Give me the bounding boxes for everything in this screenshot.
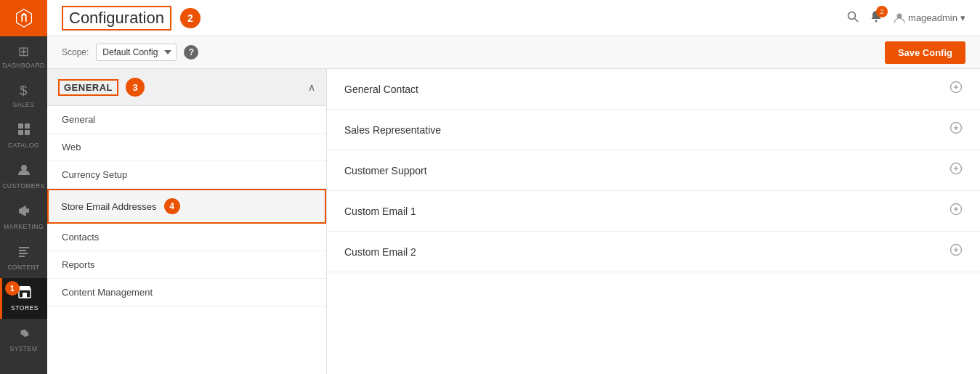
svg-point-12 xyxy=(849,12,856,19)
svg-rect-1 xyxy=(25,123,30,129)
sidebar-item-stores[interactable]: 1 STORES xyxy=(0,278,47,319)
page-header: Configuration 2 2 mageadmin ▾ xyxy=(47,0,980,36)
user-menu[interactable]: mageadmin ▾ xyxy=(894,12,965,24)
nav-item-store-email[interactable]: Store Email Addresses 4 xyxy=(47,189,326,224)
scope-select[interactable]: Default Config xyxy=(96,44,177,61)
svg-rect-3 xyxy=(25,130,30,135)
sidebar-item-dashboard[interactable]: ⊞ DASHBOARD xyxy=(0,36,47,76)
section-header-left: GENERAL 3 xyxy=(58,78,145,97)
svg-point-4 xyxy=(21,165,27,171)
nav-item-contacts[interactable]: Contacts xyxy=(47,224,326,251)
nav-item-content-management[interactable]: Content Management xyxy=(47,279,326,306)
stores-icon xyxy=(17,285,32,302)
svg-rect-6 xyxy=(19,247,29,248)
svg-rect-5 xyxy=(26,208,29,213)
nav-item-currency-setup[interactable]: Currency Setup xyxy=(47,161,326,189)
sidebar-item-catalog[interactable]: CATALOG xyxy=(0,115,47,156)
svg-rect-11 xyxy=(23,293,27,298)
user-menu-chevron: ▾ xyxy=(960,12,965,23)
right-panel: General Contact Sales Representative Cus… xyxy=(327,69,980,374)
notifications[interactable]: 2 xyxy=(870,10,882,25)
svg-rect-2 xyxy=(18,130,23,135)
config-row-customer-support[interactable]: Customer Support xyxy=(327,150,980,191)
nav-item-reports[interactable]: Reports xyxy=(47,251,326,279)
sidebar-item-marketing[interactable]: MARKETING xyxy=(0,197,47,237)
toolbar: Scope: Default Config ? Save Config xyxy=(47,36,980,69)
config-row-title: General Contact xyxy=(344,84,418,95)
config-row-title: Custom Email 2 xyxy=(344,246,416,258)
marketing-icon xyxy=(17,204,31,221)
svg-rect-9 xyxy=(19,256,25,257)
sidebar-item-system[interactable]: SYSTEM xyxy=(0,319,47,359)
nav-item-web[interactable]: Web xyxy=(47,134,326,161)
expand-icon xyxy=(949,162,963,179)
search-icon[interactable] xyxy=(847,11,859,25)
svg-point-14 xyxy=(875,20,878,23)
left-panel: GENERAL 3 ∧ General Web Currency Setup S… xyxy=(47,69,327,374)
catalog-icon xyxy=(17,123,31,139)
config-row-title: Customer Support xyxy=(344,165,427,176)
general-section-header[interactable]: GENERAL 3 ∧ xyxy=(47,69,326,106)
step-2-badge: 2 xyxy=(180,8,201,28)
magento-logo xyxy=(0,0,47,36)
section-title: GENERAL xyxy=(58,79,118,96)
config-row-custom-email-2[interactable]: Custom Email 2 xyxy=(327,232,980,272)
expand-icon xyxy=(949,243,963,260)
svg-rect-7 xyxy=(19,250,26,251)
sidebar-item-sales[interactable]: $ SALES xyxy=(0,76,47,115)
page-title: Configuration xyxy=(62,6,171,31)
sidebar-item-customers[interactable]: CUSTOMERS xyxy=(0,156,47,197)
svg-rect-8 xyxy=(19,253,28,254)
scope-section: Scope: Default Config ? xyxy=(62,44,198,61)
svg-rect-0 xyxy=(18,123,23,129)
save-config-button[interactable]: Save Config xyxy=(885,41,965,64)
config-row-title: Sales Representative xyxy=(344,124,441,136)
config-row-general-contact[interactable]: General Contact xyxy=(327,69,980,110)
step-1-badge: 1 xyxy=(5,281,20,296)
main-content: Configuration 2 2 mageadmin ▾ Scope: De xyxy=(47,0,980,374)
config-row-custom-email-1[interactable]: Custom Email 1 xyxy=(327,191,980,232)
sales-icon: $ xyxy=(20,84,28,99)
content-icon xyxy=(17,245,31,261)
notification-count: 2 xyxy=(876,6,888,17)
expand-icon xyxy=(949,203,963,219)
help-icon[interactable]: ? xyxy=(184,45,198,60)
nav-item-general[interactable]: General xyxy=(47,106,326,134)
expand-icon xyxy=(949,81,963,97)
scope-label: Scope: xyxy=(62,47,89,57)
sidebar: ⊞ DASHBOARD $ SALES CATALOG CUSTOMERS MA… xyxy=(0,0,47,374)
dashboard-icon: ⊞ xyxy=(18,44,30,60)
expand-icon xyxy=(949,121,963,138)
header-left: Configuration 2 xyxy=(62,6,201,31)
system-icon xyxy=(17,326,31,343)
customers-icon xyxy=(17,163,31,180)
step-3-badge: 3 xyxy=(126,78,145,97)
header-right: 2 mageadmin ▾ xyxy=(847,10,965,25)
step-4-badge: 4 xyxy=(164,198,180,214)
content-area: GENERAL 3 ∧ General Web Currency Setup S… xyxy=(47,69,980,374)
svg-line-13 xyxy=(855,18,859,22)
section-chevron-icon: ∧ xyxy=(308,81,315,93)
sidebar-item-content[interactable]: CONTENT xyxy=(0,237,47,278)
user-name: mageadmin xyxy=(908,12,957,23)
config-row-sales-rep[interactable]: Sales Representative xyxy=(327,110,980,150)
config-row-title: Custom Email 1 xyxy=(344,206,416,217)
